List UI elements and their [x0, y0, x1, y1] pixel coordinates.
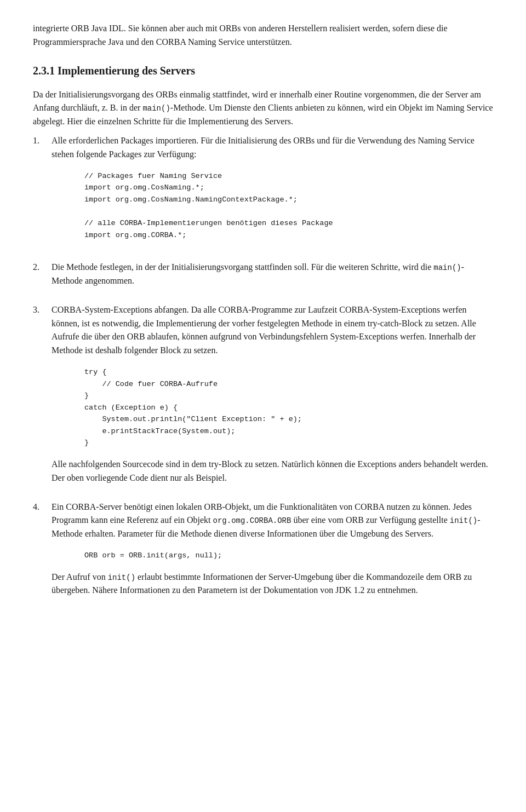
steps-list: Alle erforderlichen Packages importieren… — [33, 134, 493, 602]
item2-text-before: Die Methode festlegen, in der der Initia… — [52, 262, 433, 272]
item3-after-text: Alle nachfolgenden Sourcecode sind in de… — [52, 458, 493, 485]
item4-after-text1: Der Aufruf von — [52, 572, 108, 581]
list-item: CORBA-System-Exceptions abfangen. Da all… — [33, 303, 493, 489]
list-item: Ein CORBA-Server benötigt einen lokalen … — [33, 500, 493, 602]
item4-after-code: init() — [108, 573, 135, 582]
section-intro-code: main() — [142, 104, 170, 113]
list-item: Alle erforderlichen Packages importieren… — [33, 134, 493, 250]
list-item: Die Methode festlegen, in der der Initia… — [33, 261, 493, 292]
item4-inline-code2: init() — [450, 516, 477, 525]
list-item-content: Alle erforderlichen Packages importieren… — [52, 134, 493, 250]
item4-after-text: Der Aufruf von init() erlaubt bestimmte … — [52, 571, 493, 598]
item2-inline-code: main() — [433, 263, 461, 272]
intro-paragraph: integrierte ORB Java IDL. Sie können abe… — [33, 22, 493, 49]
item1-text: Alle erforderlichen Packages importieren… — [52, 134, 493, 162]
section-intro-paragraph: Da der Initialisierungsvorgang des ORBs … — [33, 88, 493, 129]
item2-text: Die Methode festlegen, in der der Initia… — [52, 261, 493, 288]
item4-text-mid1: über eine vom ORB zur Verfügung gestellt… — [291, 515, 449, 525]
item4-text: Ein CORBA-Server benötigt einen lokalen … — [52, 500, 493, 541]
item3-code: try { // Code fuer CORBA-Aufrufe } catch… — [84, 366, 493, 449]
item3-text: CORBA-System-Exceptions abfangen. Da all… — [52, 303, 493, 358]
item4-inline-code1: org.omg.CORBA.ORB — [213, 516, 291, 525]
item4-code: ORB orb = ORB.init(args, null); — [84, 550, 493, 562]
list-item-content: Ein CORBA-Server benötigt einen lokalen … — [52, 500, 493, 602]
item1-code: // Packages fuer Naming Service import o… — [84, 170, 493, 241]
list-item-content: Die Methode festlegen, in der der Initia… — [52, 261, 493, 292]
list-item-content: CORBA-System-Exceptions abfangen. Da all… — [52, 303, 493, 489]
section-heading: 2.3.1 Implementierung des Servers — [33, 62, 493, 79]
